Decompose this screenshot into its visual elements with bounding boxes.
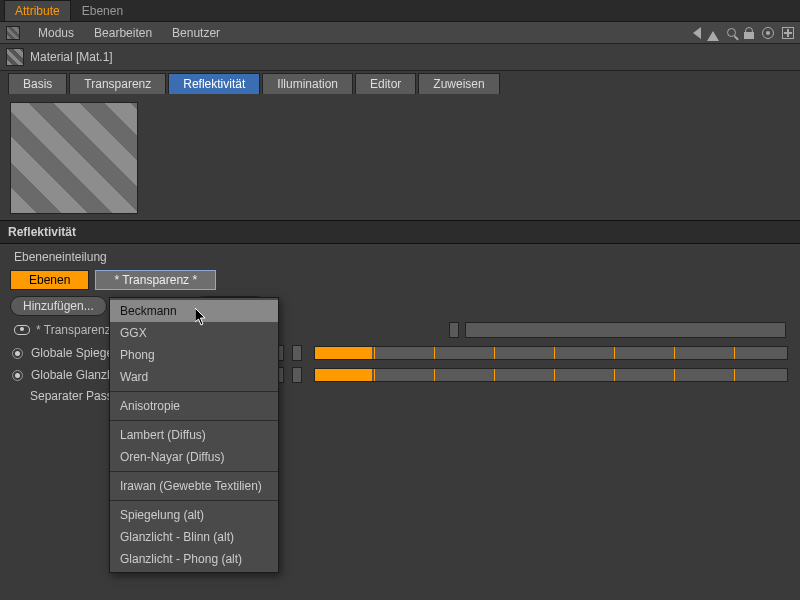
tab-illumination[interactable]: Illumination: [262, 73, 353, 94]
layer-order-spinner[interactable]: [449, 322, 459, 338]
target-icon[interactable]: [762, 27, 774, 39]
dd-beckmann[interactable]: Beckmann: [110, 300, 278, 322]
dd-ward[interactable]: Ward: [110, 366, 278, 388]
lock-icon[interactable]: [744, 32, 754, 39]
material-name: Material [Mat.1]: [30, 50, 113, 64]
material-header: Material [Mat.1]: [0, 44, 800, 71]
spinner-globale-spiegelung[interactable]: [292, 345, 302, 361]
dd-separator: [110, 420, 278, 421]
radio-globale-glanz[interactable]: [12, 370, 23, 381]
subtab-ebenen[interactable]: Ebenen: [10, 270, 89, 290]
material-thumb-icon: [6, 48, 24, 66]
tab-attribute[interactable]: Attribute: [4, 0, 71, 21]
tab-basis[interactable]: Basis: [8, 73, 67, 94]
section-reflektivitaet: Reflektivität: [0, 220, 800, 244]
brdf-dropdown: Beckmann GGX Phong Ward Anisotropie Lamb…: [109, 297, 279, 573]
panel-grip-icon: [6, 26, 20, 40]
panel-tabs: Attribute Ebenen: [0, 0, 800, 22]
dd-lambert[interactable]: Lambert (Diffus): [110, 424, 278, 446]
dd-oren-nayar[interactable]: Oren-Nayar (Diffus): [110, 446, 278, 468]
search-icon[interactable]: [727, 28, 736, 37]
menu-modus[interactable]: Modus: [28, 26, 84, 40]
layer-subtabs: Ebenen * Transparenz *: [0, 270, 800, 294]
dd-anisotropie[interactable]: Anisotropie: [110, 395, 278, 417]
dd-separator: [110, 500, 278, 501]
layer-name[interactable]: * Transparenz *: [36, 323, 119, 337]
cursor-icon: [195, 308, 207, 326]
visibility-icon[interactable]: [14, 325, 30, 335]
nav-back-icon[interactable]: [687, 27, 701, 39]
dd-ggx[interactable]: GGX: [110, 322, 278, 344]
nav-up-icon[interactable]: [707, 25, 719, 41]
dd-glanz-phong-alt[interactable]: Glanzlicht - Phong (alt): [110, 548, 278, 570]
tab-zuweisen[interactable]: Zuweisen: [418, 73, 499, 94]
material-preview: [10, 102, 138, 214]
dd-separator: [110, 471, 278, 472]
dd-phong[interactable]: Phong: [110, 344, 278, 366]
dd-separator: [110, 391, 278, 392]
spinner-globale-glanz[interactable]: [292, 367, 302, 383]
dd-glanz-blinn-alt[interactable]: Glanzlicht - Blinn (alt): [110, 526, 278, 548]
slider-globale-spiegelung[interactable]: [314, 346, 788, 360]
tab-ebenen[interactable]: Ebenen: [71, 0, 134, 22]
tab-reflektivitaet[interactable]: Reflektivität: [168, 73, 260, 94]
label-ebeneneinteilung: Ebeneneinteilung: [0, 244, 800, 270]
dd-irawan[interactable]: Irawan (Gewebte Textilien): [110, 475, 278, 497]
new-icon[interactable]: [782, 27, 794, 39]
menu-bar: Modus Bearbeiten Benutzer: [0, 22, 800, 44]
menu-benutzer[interactable]: Benutzer: [162, 26, 230, 40]
dd-spiegelung-alt[interactable]: Spiegelung (alt): [110, 504, 278, 526]
property-tabs: Basis Transparenz Reflektivität Illumina…: [0, 71, 800, 96]
add-layer-button[interactable]: Hinzufügen...: [10, 296, 107, 316]
subtab-transparenz[interactable]: * Transparenz *: [95, 270, 216, 290]
menu-bearbeiten[interactable]: Bearbeiten: [84, 26, 162, 40]
radio-globale-spiegelung[interactable]: [12, 348, 23, 359]
tab-transparenz[interactable]: Transparenz: [69, 73, 166, 94]
slider-globale-glanz[interactable]: [314, 368, 788, 382]
preview-area: [0, 96, 800, 220]
tab-editor[interactable]: Editor: [355, 73, 416, 94]
layer-value-field[interactable]: [465, 322, 786, 338]
